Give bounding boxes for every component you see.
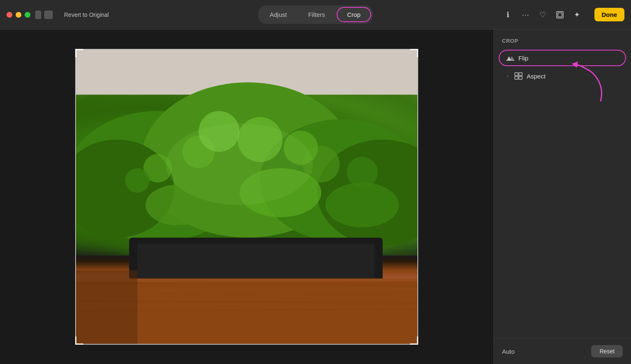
traffic-lights — [7, 12, 30, 18]
view-toggle-1[interactable] — [35, 11, 41, 19]
panel-header: CROP — [494, 30, 631, 49]
svg-point-18 — [325, 182, 399, 227]
svg-rect-35 — [515, 76, 518, 79]
svg-point-12 — [125, 168, 150, 193]
magic-wand-icon[interactable]: ✦ — [572, 10, 582, 20]
window-controls — [35, 11, 53, 19]
tab-adjust[interactable]: Adjust — [260, 8, 297, 21]
crop-handle-bottom-left[interactable] — [75, 336, 83, 345]
maximize-button[interactable] — [25, 12, 30, 18]
photo-container — [75, 49, 418, 345]
more-icon[interactable]: ⋯ — [520, 10, 530, 20]
minimize-button[interactable] — [16, 12, 21, 18]
tab-crop[interactable]: Crop — [336, 7, 371, 22]
svg-marker-31 — [509, 56, 514, 60]
flip-label: Flip — [518, 55, 528, 62]
flip-icon — [506, 54, 514, 62]
reset-button[interactable]: Reset — [591, 345, 623, 357]
right-panel: CROP Flip › — [493, 30, 631, 364]
crop-handle-top-right[interactable] — [410, 49, 418, 57]
photo-image — [76, 50, 417, 344]
heart-icon[interactable]: ♡ — [538, 10, 548, 20]
crop-handle-top-left[interactable] — [75, 49, 83, 57]
arrow-annotation-svg — [568, 60, 617, 114]
auto-button[interactable]: Auto — [502, 348, 515, 355]
svg-rect-34 — [519, 73, 522, 76]
svg-rect-28 — [76, 270, 137, 344]
titlebar: Revert to Original Adjust Filters Crop ℹ… — [0, 0, 631, 30]
svg-point-29 — [166, 123, 313, 205]
close-button[interactable] — [7, 12, 12, 18]
svg-rect-20 — [137, 244, 374, 281]
nav-tabs: Adjust Filters Crop — [258, 5, 373, 24]
done-button[interactable]: Done — [594, 8, 625, 21]
crop-handle-bottom-right[interactable] — [410, 336, 418, 345]
aspect-icon — [514, 72, 523, 80]
info-icon[interactable]: ℹ — [503, 10, 513, 20]
revert-button[interactable]: Revert to Original — [59, 9, 114, 21]
panel-bottom: Auto Reset — [494, 338, 631, 364]
svg-marker-37 — [572, 62, 578, 68]
crop-transform-icon[interactable] — [555, 10, 565, 20]
svg-rect-33 — [515, 73, 518, 76]
svg-rect-1 — [558, 13, 562, 17]
aspect-label: Aspect — [527, 73, 546, 80]
photo-area: -5 -10 -5 0 ◀ 5 10 — [0, 30, 493, 364]
toolbar-icons: ℹ ⋯ ♡ ✦ Done — [503, 8, 625, 21]
main-content: -5 -10 -5 0 ◀ 5 10 — [0, 30, 631, 364]
svg-rect-36 — [519, 76, 522, 79]
view-toggle-2[interactable] — [44, 11, 53, 19]
tab-filters[interactable]: Filters — [298, 8, 335, 21]
chevron-right-icon: › — [507, 73, 509, 79]
